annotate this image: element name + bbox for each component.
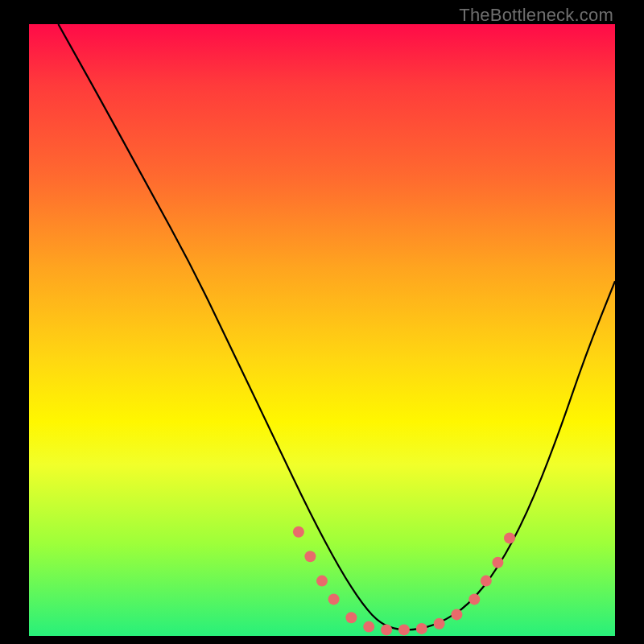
highlight-point (492, 557, 503, 568)
highlight-point (316, 576, 328, 587)
highlight-point (416, 623, 427, 634)
highlight-point (293, 526, 304, 538)
highlight-point (381, 624, 392, 635)
highlight-point (481, 576, 492, 587)
highlight-point (434, 618, 445, 630)
highlight-point (398, 624, 410, 635)
highlight-point (469, 593, 480, 605)
chart-svg (29, 24, 615, 636)
highlight-point (328, 593, 340, 605)
highlight-point (345, 612, 357, 623)
highlight-point (504, 532, 515, 543)
watermark-text: TheBottleneck.com (459, 5, 613, 26)
highlight-point (363, 621, 374, 633)
highlight-point (304, 551, 316, 562)
bottleneck-curve-path (58, 24, 615, 630)
chart-frame (29, 24, 615, 636)
highlight-point (451, 609, 462, 620)
